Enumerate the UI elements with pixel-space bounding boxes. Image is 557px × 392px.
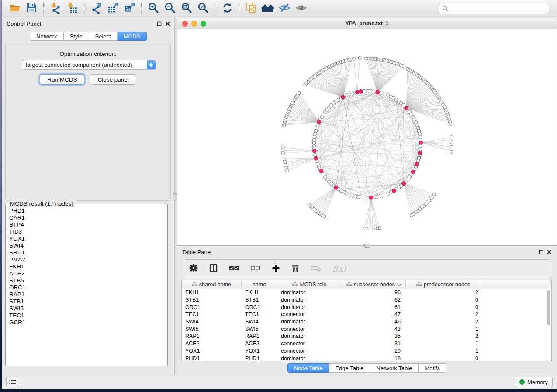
mcds-result-item[interactable]: PMA2 (9, 256, 162, 263)
result-list-scrollbar[interactable] (162, 205, 167, 365)
clone-network-button[interactable] (243, 2, 259, 16)
cell-MCDS-role[interactable]: connector (277, 348, 342, 354)
cell-MCDS-role[interactable]: dominator (277, 355, 342, 361)
table-row[interactable]: SWI5SWI5connector431 (182, 325, 551, 333)
cell-shared-name[interactable]: SWI5 (182, 326, 242, 332)
cell-predecessor-nodes[interactable]: 1 (406, 348, 481, 354)
cell-successor-nodes[interactable]: 96 (342, 289, 406, 296)
table-tab-edge-table[interactable]: Edge Table (329, 363, 370, 373)
cell-MCDS-role[interactable]: dominator (277, 333, 342, 339)
mcds-result-item[interactable]: ORC1 (9, 284, 162, 291)
cell-MCDS-role[interactable]: dominator (277, 304, 342, 310)
zoom-out-button[interactable] (162, 2, 178, 16)
table-row[interactable]: ORC1ORC1dominator610 (182, 303, 551, 311)
task-history-button[interactable] (6, 377, 19, 387)
close-table-panel-icon[interactable] (547, 250, 552, 254)
network-graph[interactable] (177, 30, 557, 245)
mcds-result-item[interactable]: RAP1 (9, 291, 162, 298)
cell-successor-nodes[interactable]: 31 (342, 340, 406, 347)
cell-shared-name[interactable]: SWI4 (182, 319, 242, 325)
table-row[interactable]: YOX1YOX1connector291 (182, 347, 551, 355)
cell-shared-name[interactable]: PHD1 (182, 355, 242, 361)
mcds-result-item[interactable]: TEC1 (9, 312, 162, 319)
table-row[interactable]: STB1STB1dominator620 (182, 296, 551, 304)
cell-MCDS-role[interactable]: connector (277, 340, 342, 347)
close-window-icon[interactable] (182, 21, 188, 27)
mcds-result-item[interactable]: FKH1 (9, 263, 162, 270)
import-table-button[interactable] (64, 2, 80, 16)
minimize-window-icon[interactable] (191, 21, 197, 27)
mcds-result-item[interactable]: SRD1 (9, 249, 162, 256)
mcds-result-item[interactable]: GCR1 (9, 319, 162, 326)
cell-predecessor-nodes[interactable]: 0 (406, 304, 481, 310)
cell-predecessor-nodes[interactable]: 2 (406, 289, 481, 296)
table-tab-motifs[interactable]: Motifs (419, 363, 446, 373)
mcds-result-item[interactable]: ACE2 (9, 270, 162, 277)
search-input[interactable] (451, 5, 546, 12)
cell-shared-name[interactable]: ACE2 (182, 340, 242, 347)
cell-predecessor-nodes[interactable]: 0 (406, 355, 481, 361)
cell-name[interactable]: SWI4 (242, 319, 277, 325)
cell-name[interactable]: STB1 (242, 297, 277, 303)
gear-button[interactable] (189, 264, 198, 274)
column-header-name[interactable]: name (242, 280, 277, 289)
cell-name[interactable]: PHD1 (242, 355, 277, 361)
cell-successor-nodes[interactable]: 46 (342, 319, 406, 325)
maximize-window-icon[interactable] (201, 21, 206, 27)
cell-shared-name[interactable]: FKH1 (182, 289, 242, 296)
cell-name[interactable]: ACE2 (242, 340, 277, 347)
cell-successor-nodes[interactable]: 35 (342, 333, 406, 339)
mcds-result-item[interactable]: SWI4 (9, 242, 162, 249)
cell-successor-nodes[interactable]: 18 (342, 355, 406, 361)
cell-shared-name[interactable]: TEC1 (182, 311, 242, 317)
clear-selection-button[interactable] (250, 265, 260, 272)
import-network-button[interactable] (47, 2, 64, 16)
cell-successor-nodes[interactable]: 47 (342, 311, 406, 317)
cell-name[interactable]: SWI5 (242, 326, 277, 332)
mcds-result-item[interactable]: STB1 (9, 298, 162, 305)
table-scrollbar-thumb[interactable] (547, 290, 550, 325)
mcds-result-item[interactable]: STP4 (9, 221, 162, 228)
cell-predecessor-nodes[interactable]: 1 (406, 340, 481, 347)
cell-predecessor-nodes[interactable]: 2 (406, 311, 481, 317)
add-column-button[interactable] (272, 264, 280, 274)
tab-style[interactable]: Style (64, 32, 89, 41)
close-panel-icon[interactable] (165, 21, 170, 26)
select-all-button[interactable] (229, 265, 239, 272)
cell-MCDS-role[interactable]: connector (277, 326, 342, 332)
table-row[interactable]: ACE2ACE2connector311 (182, 340, 551, 347)
cell-predecessor-nodes[interactable]: 1 (406, 326, 481, 332)
column-header-MCDS-role[interactable]: MCDS role (277, 280, 342, 289)
cell-shared-name[interactable]: STB1 (182, 297, 242, 303)
table-row[interactable]: TEC1TEC1connector472 (182, 311, 551, 318)
show-eye-button[interactable] (293, 2, 309, 16)
cell-name[interactable]: FKH1 (242, 289, 277, 296)
search-field[interactable] (439, 3, 549, 14)
table-tab-network-table[interactable]: Network Table (370, 363, 419, 373)
network-frame-titlebar[interactable]: YPA_prune.txt_1 (177, 18, 557, 29)
homes-button[interactable] (259, 2, 276, 16)
mcds-result-item[interactable]: YOX1 (9, 235, 162, 242)
table-row[interactable]: RAP1RAP1dominator352 (182, 333, 551, 340)
table-row[interactable]: FKH1FKH1dominator962 (182, 289, 551, 296)
mcds-result-item[interactable]: PHD1 (9, 207, 162, 214)
cell-name[interactable]: YOX1 (242, 348, 277, 354)
cell-successor-nodes[interactable]: 29 (342, 348, 406, 354)
mcds-result-list[interactable]: PHD1CAR1STP4TID3YOX1SWI4SRD1PMA2FKH1ACE2… (6, 207, 162, 365)
zoom-fit-button[interactable] (178, 2, 195, 16)
cell-MCDS-role[interactable]: connector (277, 311, 342, 317)
zoom-selected-button[interactable] (195, 2, 211, 16)
cell-shared-name[interactable]: RAP1 (182, 333, 242, 339)
cell-shared-name[interactable]: YOX1 (182, 348, 242, 354)
run-mcds-button[interactable]: Run MCDS (40, 74, 84, 85)
cell-successor-nodes[interactable]: 43 (342, 326, 406, 332)
float-table-panel-icon[interactable] (539, 250, 543, 254)
export-network-button[interactable] (88, 2, 104, 16)
mcds-result-item[interactable]: TID3 (9, 228, 162, 235)
cell-successor-nodes[interactable]: 61 (342, 304, 406, 310)
table-row[interactable]: SWI4SWI4dominator462 (182, 318, 551, 326)
cell-predecessor-nodes[interactable]: 0 (406, 297, 481, 303)
refresh-button[interactable] (219, 2, 235, 16)
delete-column-button[interactable] (291, 264, 299, 274)
mcds-result-item[interactable]: STB5 (9, 277, 162, 284)
